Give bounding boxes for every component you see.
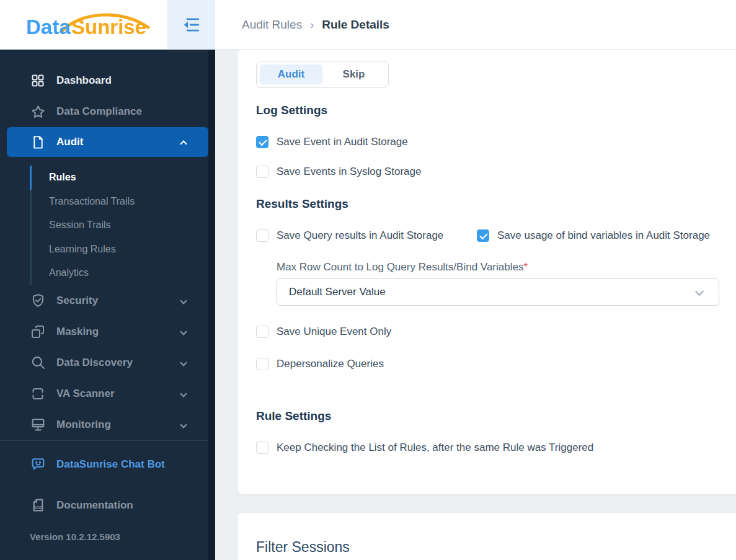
max-row-count-label: Max Row Count to Log Query Results/Bind … bbox=[277, 260, 736, 273]
checkbox-label: Keep Checking the List of Rules, after t… bbox=[277, 442, 593, 454]
checkbox-pair: Save usage of bind variables in Audit St… bbox=[477, 229, 710, 242]
sidebar-item-label: Data Compliance bbox=[56, 105, 142, 118]
rule-settings-title: Rule Settings bbox=[256, 409, 736, 423]
chevron-down-icon bbox=[180, 421, 187, 428]
checkbox-row: Keep Checking the List of Rules, after t… bbox=[256, 442, 736, 454]
filter-sessions-card: Filter Sessions bbox=[237, 513, 736, 560]
sidebar-subitem-label: Session Trails bbox=[49, 220, 111, 231]
monitor-icon bbox=[30, 417, 46, 433]
sidebar-divider bbox=[0, 440, 215, 441]
sidebar-item-label: Security bbox=[56, 295, 98, 307]
save-events-syslog-checkbox[interactable] bbox=[256, 166, 268, 178]
collapse-sidebar-icon bbox=[182, 16, 201, 34]
sidebar-item-documentation[interactable]: DOC Documentation bbox=[0, 493, 215, 518]
checkbox-row: Save Event in Audit Storage bbox=[256, 136, 736, 148]
sidebar-collapse-button[interactable] bbox=[167, 0, 215, 50]
top-bar: Data Sunrise Audit Rules › Rule Details bbox=[0, 0, 736, 50]
save-event-audit-storage-checkbox[interactable] bbox=[256, 136, 268, 148]
checkbox-label: Save Query results in Audit Storage bbox=[277, 229, 443, 242]
datasunrise-logo[interactable]: Data Sunrise bbox=[26, 8, 156, 43]
sidebar-navigation: Dashboard Data Compliance Audit Rule bbox=[0, 50, 215, 560]
grid-icon bbox=[30, 73, 46, 89]
rule-details-card: Audit Skip Log Settings Save Event in Au… bbox=[237, 50, 736, 494]
search-icon bbox=[30, 355, 46, 371]
sidebar-item-security[interactable]: Security bbox=[0, 285, 215, 316]
sidebar-subitem-label: Analytics bbox=[49, 267, 89, 278]
toggle-option-audit[interactable]: Audit bbox=[260, 64, 322, 84]
sidebar-item-dashboard[interactable]: Dashboard bbox=[0, 65, 215, 96]
logo-text-data: Data bbox=[26, 16, 71, 38]
checkbox-label: Save Event in Audit Storage bbox=[277, 136, 408, 148]
sidebar-item-data-compliance[interactable]: Data Compliance bbox=[0, 96, 215, 127]
breadcrumb-separator: › bbox=[310, 19, 314, 32]
sidebar-subitem-session-trails[interactable]: Session Trails bbox=[32, 213, 215, 238]
sidebar-item-data-discovery[interactable]: Data Discovery bbox=[0, 347, 215, 378]
sidebar-item-masking[interactable]: Masking bbox=[0, 316, 215, 347]
sidebar-item-label: Documentation bbox=[56, 499, 133, 512]
audit-submenu: Rules Transactional Trails Session Trail… bbox=[30, 166, 215, 285]
sidebar-subitem-rules[interactable]: Rules bbox=[32, 166, 215, 190]
main-content: Audit Skip Log Settings Save Event in Au… bbox=[215, 50, 736, 560]
star-icon bbox=[30, 104, 46, 120]
sidebar-subitem-transactional-trails[interactable]: Transactional Trails bbox=[32, 190, 215, 214]
checkbox-label: Save Unique Event Only bbox=[277, 326, 391, 338]
sidebar-item-label: VA Scanner bbox=[56, 388, 115, 400]
chevron-down-icon bbox=[180, 390, 187, 397]
chevron-down-icon bbox=[180, 359, 187, 366]
breadcrumb-parent-link[interactable]: Audit Rules bbox=[242, 18, 302, 32]
required-marker: * bbox=[523, 261, 528, 273]
checkbox-row: Save Events in Syslog Storage bbox=[256, 166, 736, 178]
svg-text:DOC: DOC bbox=[33, 505, 43, 510]
sidebar-item-label: Audit bbox=[56, 136, 83, 148]
document-icon bbox=[30, 134, 46, 150]
filter-sessions-title: Filter Sessions bbox=[256, 539, 736, 556]
datasunrise-logo-graphic: Data Sunrise bbox=[26, 8, 156, 43]
page-title: Rule Details bbox=[322, 18, 389, 32]
shield-icon bbox=[30, 293, 46, 309]
depersonalize-queries-checkbox[interactable] bbox=[256, 358, 268, 370]
sidebar-item-chat-bot[interactable]: DataSunrise Chat Bot bbox=[0, 452, 215, 477]
sidebar-item-label: Dashboard bbox=[56, 74, 112, 87]
sidebar-item-va-scanner[interactable]: VA Scanner bbox=[0, 378, 215, 409]
mask-icon bbox=[30, 324, 46, 340]
sidebar-item-label: DataSunrise Chat Bot bbox=[56, 458, 165, 471]
max-row-count-select[interactable]: Default Server Value bbox=[277, 278, 719, 306]
datasunrise-app: Data Sunrise Audit Rules › Rule Details bbox=[0, 0, 736, 560]
sidebar-item-label: Monitoring bbox=[56, 419, 111, 431]
chevron-down-icon bbox=[180, 328, 187, 335]
sidebar-subitem-label: Rules bbox=[49, 172, 76, 183]
scanner-icon bbox=[30, 386, 46, 402]
checkbox-label: Depersonalize Queries bbox=[277, 358, 384, 370]
checkbox-row: Depersonalize Queries bbox=[256, 358, 736, 370]
documentation-icon: DOC bbox=[30, 497, 46, 513]
logo-text-sunrise: Sunrise bbox=[71, 16, 146, 38]
sidebar-item-monitoring[interactable]: Monitoring bbox=[0, 409, 215, 440]
checkbox-row: Save Unique Event Only bbox=[256, 326, 736, 338]
chevron-down-icon bbox=[180, 297, 187, 304]
results-settings-title: Results Settings bbox=[256, 197, 736, 211]
toggle-option-skip[interactable]: Skip bbox=[322, 64, 385, 84]
sidebar-item-label: Data Discovery bbox=[56, 357, 133, 369]
chat-bot-icon bbox=[30, 456, 46, 473]
checkbox-label: Save Events in Syslog Storage bbox=[277, 166, 421, 178]
save-bind-variables-checkbox[interactable] bbox=[477, 229, 489, 242]
chevron-down-icon bbox=[695, 287, 704, 296]
chevron-up-icon bbox=[180, 140, 187, 147]
sidebar-subitem-analytics[interactable]: Analytics bbox=[32, 261, 215, 285]
sidebar-item-label: Masking bbox=[56, 326, 99, 338]
sidebar-subitem-label: Transactional Trails bbox=[49, 196, 135, 207]
sidebar-scrollbar[interactable] bbox=[208, 50, 215, 560]
save-unique-event-checkbox[interactable] bbox=[256, 326, 268, 338]
save-query-results-checkbox[interactable] bbox=[256, 229, 268, 242]
checkbox-label: Save usage of bind variables in Audit St… bbox=[497, 229, 710, 242]
sidebar-item-audit[interactable]: Audit bbox=[7, 127, 208, 157]
log-settings-title: Log Settings bbox=[256, 103, 736, 117]
audit-skip-toggle: Audit Skip bbox=[256, 61, 389, 88]
sidebar-subitem-label: Learning Rules bbox=[49, 244, 116, 255]
breadcrumb: Audit Rules › Rule Details bbox=[242, 0, 389, 50]
select-value: Default Server Value bbox=[289, 286, 386, 298]
version-text: Version 10.2.12.5903 bbox=[30, 531, 215, 542]
sidebar-subitem-learning-rules[interactable]: Learning Rules bbox=[32, 238, 215, 262]
checkbox-row-double: Save Query results in Audit Storage Save… bbox=[256, 229, 736, 242]
keep-checking-rules-checkbox[interactable] bbox=[256, 442, 268, 454]
